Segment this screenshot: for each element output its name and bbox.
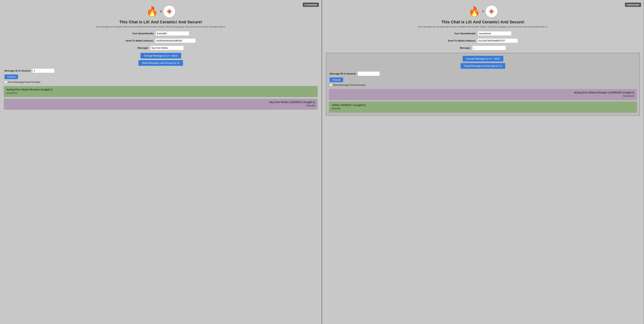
unsend-label-1: Message ID to Unsend:: [4, 69, 31, 72]
flame-icon-2: 🔥: [468, 7, 480, 16]
message-card-2-0: testing from Brave Broswer (UNREAD) (msg…: [329, 89, 637, 100]
read-decrypt-button-1[interactable]: Read Messages and Decrypt w/ Lit: [138, 60, 183, 66]
checkbox-row-2: Send Message Read Receipts: [329, 84, 637, 86]
wallet-input-1[interactable]: [155, 38, 196, 43]
name-input-2[interactable]: [478, 31, 512, 36]
read-decrypt-button-2[interactable]: Read Messages and Decrypt w/ Lit: [460, 63, 506, 69]
message-card-1-0: testing from Brave Broswer (msgId:1) bra…: [4, 86, 318, 97]
msg-sender-2-0: braveKevin: [332, 95, 634, 97]
checkbox-label-2: Send Message Read Receipts: [333, 84, 366, 86]
button-area-2: Encrypt Message w/ Lit + Send Read Messa…: [329, 56, 637, 69]
diamond-svg-1: [166, 8, 173, 15]
message-input-1[interactable]: [150, 46, 184, 50]
msg-sender-2-1: firefoxBill: [332, 107, 634, 110]
wallet-input-2[interactable]: [477, 38, 518, 43]
wallet-label-2: Send To Wallet Address:: [448, 39, 476, 42]
unsend-input-1[interactable]: [32, 68, 55, 73]
wallet-row-2: Send To Wallet Address:: [326, 38, 640, 43]
checkbox-label-1: Send Message Read Receipts: [8, 81, 40, 83]
name-label-2: Your Name/Handle:: [454, 32, 476, 35]
messages-area-2: testing from Brave Broswer (UNREAD) (msg…: [329, 89, 637, 113]
app-subtitle-1: Sent messages are encrypted with Lit and…: [4, 26, 318, 28]
unsend-row-1: Message ID to Unsend:: [4, 68, 318, 73]
msg-text-1-1: hey from firefox (UNSENT) (msgId:2): [6, 101, 315, 104]
flame-icon-1: 🔥: [146, 7, 158, 16]
unsend-row-2: Message ID to Unsend:: [329, 71, 637, 76]
plus-sign-1: +: [160, 9, 162, 14]
message-label-1: Message:: [138, 47, 148, 49]
connected-badge-2: Connected: [625, 3, 641, 7]
panel-firefox: Connected 🔥 + This Chat is Lit! And Cera…: [0, 0, 322, 324]
message-card-1-1: hey from firefox (UNSENT) (msgId:2) fire…: [4, 99, 318, 110]
diamond-circle-2: [486, 6, 498, 18]
connected-badge-1: Connected: [303, 3, 319, 7]
logo-area-2: 🔥 +: [326, 6, 640, 18]
read-receipts-checkbox-2[interactable]: [330, 84, 332, 86]
message-row-2: Message:: [326, 46, 640, 50]
checkbox-row-1: Send Message Read Receipts: [4, 81, 318, 83]
message-input-2[interactable]: [472, 46, 506, 50]
msg-text-2-0: testing from Brave Broswer (UNREAD) (msg…: [332, 91, 634, 94]
name-row-1: Your Name/Handle:: [4, 31, 318, 36]
app-title-1: This Chat is Lit! And Ceramic! And Secur…: [4, 20, 318, 25]
message-label-2: Message:: [460, 47, 471, 49]
msg-text-1-0: testing from Brave Broswer (msgId:1): [6, 88, 315, 91]
app-title-2: This Chat is Lit! And Ceramic! And Secur…: [326, 20, 640, 25]
messages-area-1: testing from Brave Broswer (msgId:1) bra…: [4, 86, 318, 110]
logo-area-1: 🔥 +: [4, 6, 318, 18]
encrypt-send-button-1[interactable]: Encrypt Message w/ Lit + Send: [140, 53, 181, 59]
msg-sender-1-0: braveKevin: [6, 92, 315, 94]
message-row-1: Message:: [4, 46, 318, 50]
wallet-row-1: Send To Wallet Address:: [4, 38, 318, 43]
app-subtitle-2: Sent messages are encrypted with Lit and…: [326, 26, 640, 28]
msg-text-2-1: <MSG UNSENT> (msgId:2): [332, 103, 634, 107]
name-row-2: Your Name/Handle:: [326, 31, 640, 36]
unsend-input-2[interactable]: [358, 71, 380, 76]
unsend-button-2[interactable]: Unsend: [330, 78, 343, 82]
wallet-label-1: Send To Wallet Address:: [126, 39, 154, 42]
encrypt-send-button-2[interactable]: Encrypt Message w/ Lit + Send: [462, 56, 504, 62]
button-area-1: Encrypt Message w/ Lit + Send Read Messa…: [4, 53, 318, 66]
read-receipts-checkbox-1[interactable]: [4, 81, 7, 83]
name-label-1: Your Name/Handle:: [132, 32, 154, 35]
msg-sender-1-1: firefoxBill: [6, 104, 315, 107]
message-card-2-1: <MSG UNSENT> (msgId:2) firefoxBill: [329, 102, 637, 113]
unsend-label-2: Message ID to Unsend:: [330, 72, 356, 75]
diamond-circle-1: [164, 6, 175, 18]
unsend-button-1[interactable]: Unsend: [4, 75, 18, 79]
plus-sign-2: +: [482, 9, 484, 14]
name-input-1[interactable]: [156, 31, 189, 36]
diamond-svg-2: [488, 8, 495, 15]
section-box-2: Encrypt Message w/ Lit + Send Read Messa…: [326, 53, 640, 116]
panel-brave: Connected 🔥 + This Chat is Lit! And Cera…: [322, 0, 644, 324]
